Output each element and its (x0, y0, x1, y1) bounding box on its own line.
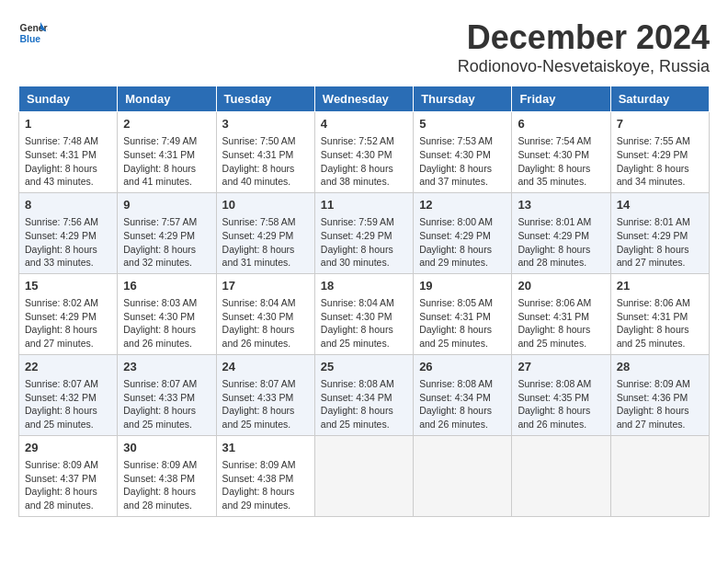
sunrise: Sunrise: 8:06 AM (617, 297, 690, 308)
calendar-week-row: 29Sunrise: 8:09 AMSunset: 4:37 PMDayligh… (19, 435, 710, 516)
daylight: Daylight: 8 hours and 26 minutes. (518, 405, 590, 430)
day-info: Sunrise: 7:49 AMSunset: 4:31 PMDaylight:… (123, 134, 210, 189)
calendar-cell: 3Sunrise: 7:50 AMSunset: 4:31 PMDaylight… (216, 112, 314, 193)
daylight: Daylight: 8 hours and 37 minutes. (419, 163, 492, 188)
daylight: Daylight: 8 hours and 26 minutes. (419, 405, 492, 430)
day-number: 16 (123, 278, 210, 294)
daylight: Daylight: 8 hours and 25 minutes. (25, 405, 97, 430)
day-info: Sunrise: 8:08 AMSunset: 4:34 PMDaylight:… (419, 377, 506, 431)
day-info: Sunrise: 8:06 AMSunset: 4:31 PMDaylight:… (617, 296, 703, 350)
day-number: 13 (518, 197, 604, 213)
daylight: Daylight: 8 hours and 30 minutes. (321, 244, 393, 269)
day-number: 5 (419, 116, 506, 132)
daylight: Daylight: 8 hours and 28 minutes. (518, 244, 590, 269)
day-number: 15 (25, 278, 111, 294)
sunset: Sunset: 4:30 PM (419, 149, 491, 160)
daylight: Daylight: 8 hours and 27 minutes. (25, 324, 97, 349)
day-info: Sunrise: 7:57 AMSunset: 4:29 PMDaylight:… (123, 215, 210, 270)
daylight: Daylight: 8 hours and 28 minutes. (25, 486, 97, 511)
sunset: Sunset: 4:30 PM (321, 149, 392, 160)
day-info: Sunrise: 8:08 AMSunset: 4:35 PMDaylight:… (518, 377, 604, 431)
calendar-table: SundayMondayTuesdayWednesdayThursdayFrid… (18, 86, 710, 517)
header-monday: Monday (118, 86, 216, 112)
day-info: Sunrise: 8:01 AMSunset: 4:29 PMDaylight:… (518, 215, 604, 270)
calendar-cell: 14Sunrise: 8:01 AMSunset: 4:29 PMDayligh… (610, 192, 709, 273)
calendar-cell: 9Sunrise: 7:57 AMSunset: 4:29 PMDaylight… (118, 192, 216, 273)
sunrise: Sunrise: 8:07 AM (123, 378, 197, 389)
day-info: Sunrise: 7:52 AMSunset: 4:30 PMDaylight:… (321, 134, 407, 189)
calendar-cell: 24Sunrise: 8:07 AMSunset: 4:33 PMDayligh… (216, 354, 314, 435)
sunrise: Sunrise: 8:08 AM (419, 378, 493, 389)
daylight: Daylight: 8 hours and 25 minutes. (321, 405, 393, 430)
daylight: Daylight: 8 hours and 31 minutes. (222, 244, 295, 269)
day-number: 9 (123, 197, 210, 213)
sunset: Sunset: 4:33 PM (123, 392, 195, 403)
daylight: Daylight: 8 hours and 25 minutes. (222, 405, 295, 430)
day-number: 4 (321, 116, 407, 132)
calendar-cell: 30Sunrise: 8:09 AMSunset: 4:38 PMDayligh… (118, 435, 216, 516)
day-number: 11 (321, 197, 407, 213)
sunrise: Sunrise: 7:49 AM (123, 135, 197, 146)
sunset: Sunset: 4:37 PM (25, 473, 97, 484)
sunset: Sunset: 4:31 PM (419, 311, 491, 322)
daylight: Daylight: 8 hours and 25 minutes. (617, 324, 689, 349)
daylight: Daylight: 8 hours and 38 minutes. (321, 163, 393, 188)
sunrise: Sunrise: 7:48 AM (25, 135, 98, 146)
day-info: Sunrise: 8:04 AMSunset: 4:30 PMDaylight:… (321, 296, 407, 350)
day-info: Sunrise: 8:07 AMSunset: 4:32 PMDaylight:… (25, 377, 111, 431)
sunset: Sunset: 4:29 PM (321, 230, 392, 241)
calendar-cell: 2Sunrise: 7:49 AMSunset: 4:31 PMDaylight… (118, 112, 216, 193)
day-number: 24 (222, 359, 309, 375)
sunrise: Sunrise: 7:59 AM (321, 216, 394, 227)
sunset: Sunset: 4:36 PM (617, 392, 688, 403)
calendar-cell: 20Sunrise: 8:06 AMSunset: 4:31 PMDayligh… (512, 273, 610, 354)
sunset: Sunset: 4:29 PM (518, 230, 589, 241)
daylight: Daylight: 8 hours and 26 minutes. (222, 324, 295, 349)
header-saturday: Saturday (610, 86, 709, 112)
day-info: Sunrise: 8:09 AMSunset: 4:36 PMDaylight:… (617, 377, 703, 431)
day-info: Sunrise: 8:01 AMSunset: 4:29 PMDaylight:… (617, 215, 703, 270)
day-number: 29 (25, 440, 111, 456)
calendar-cell: 1Sunrise: 7:48 AMSunset: 4:31 PMDaylight… (19, 112, 118, 193)
sunrise: Sunrise: 7:57 AM (123, 216, 197, 227)
sunrise: Sunrise: 8:07 AM (222, 378, 296, 389)
calendar-cell: 21Sunrise: 8:06 AMSunset: 4:31 PMDayligh… (610, 273, 709, 354)
day-number: 27 (518, 359, 604, 375)
daylight: Daylight: 8 hours and 25 minutes. (518, 324, 590, 349)
daylight: Daylight: 8 hours and 29 minutes. (419, 244, 492, 269)
sunrise: Sunrise: 8:01 AM (518, 216, 591, 227)
sunrise: Sunrise: 8:00 AM (419, 216, 493, 227)
location-title: Rodionovo-Nesvetaiskoye, Russia (458, 57, 710, 76)
day-number: 12 (419, 197, 506, 213)
calendar-cell: 31Sunrise: 8:09 AMSunset: 4:38 PMDayligh… (216, 435, 314, 516)
daylight: Daylight: 8 hours and 35 minutes. (518, 163, 590, 188)
calendar-cell: 5Sunrise: 7:53 AMSunset: 4:30 PMDaylight… (414, 112, 512, 193)
sunset: Sunset: 4:33 PM (222, 392, 294, 403)
calendar-cell: 17Sunrise: 8:04 AMSunset: 4:30 PMDayligh… (216, 273, 314, 354)
sunset: Sunset: 4:30 PM (518, 149, 589, 160)
day-number: 25 (321, 359, 407, 375)
sunset: Sunset: 4:29 PM (123, 230, 195, 241)
sunset: Sunset: 4:29 PM (617, 230, 688, 241)
daylight: Daylight: 8 hours and 28 minutes. (123, 486, 196, 511)
sunset: Sunset: 4:29 PM (419, 230, 491, 241)
calendar-cell: 26Sunrise: 8:08 AMSunset: 4:34 PMDayligh… (414, 354, 512, 435)
calendar-cell: 29Sunrise: 8:09 AMSunset: 4:37 PMDayligh… (19, 435, 118, 516)
calendar-cell: 13Sunrise: 8:01 AMSunset: 4:29 PMDayligh… (512, 192, 610, 273)
day-number: 10 (222, 197, 309, 213)
daylight: Daylight: 8 hours and 25 minutes. (123, 405, 196, 430)
sunset: Sunset: 4:30 PM (222, 311, 294, 322)
header: General Blue December 2024 Rodionovo-Nes… (18, 18, 710, 76)
calendar-week-row: 22Sunrise: 8:07 AMSunset: 4:32 PMDayligh… (19, 354, 710, 435)
sunset: Sunset: 4:31 PM (518, 311, 589, 322)
daylight: Daylight: 8 hours and 33 minutes. (25, 244, 97, 269)
daylight: Daylight: 8 hours and 29 minutes. (222, 486, 295, 511)
sunset: Sunset: 4:29 PM (617, 149, 688, 160)
header-sunday: Sunday (19, 86, 118, 112)
day-number: 30 (123, 440, 210, 456)
calendar-cell: 10Sunrise: 7:58 AMSunset: 4:29 PMDayligh… (216, 192, 314, 273)
daylight: Daylight: 8 hours and 34 minutes. (617, 163, 689, 188)
day-info: Sunrise: 7:48 AMSunset: 4:31 PMDaylight:… (25, 134, 111, 189)
day-info: Sunrise: 7:50 AMSunset: 4:31 PMDaylight:… (222, 134, 309, 189)
sunset: Sunset: 4:35 PM (518, 392, 589, 403)
